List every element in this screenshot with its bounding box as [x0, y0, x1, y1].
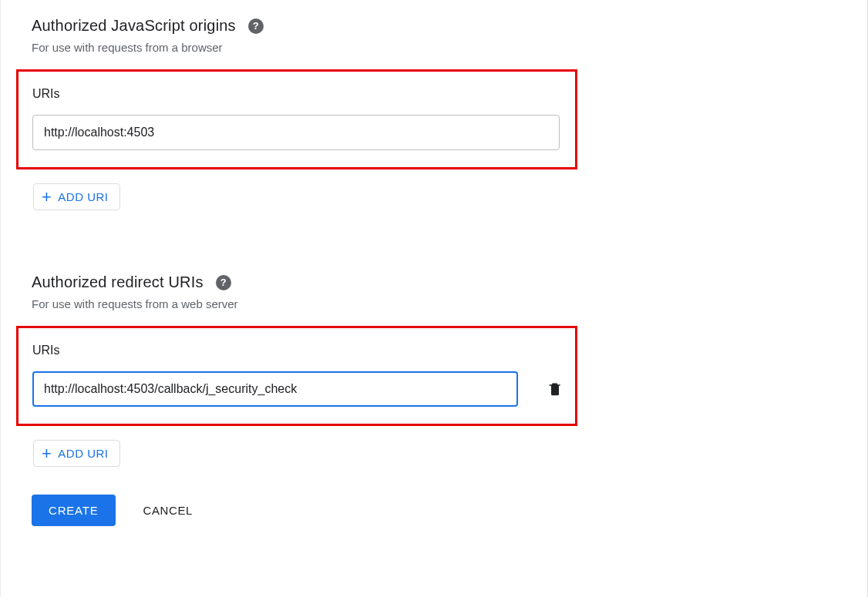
cancel-button[interactable]: CANCEL — [139, 503, 197, 518]
delete-uri-button[interactable] — [547, 381, 561, 397]
js-origins-description: For use with requests from a browser — [32, 41, 836, 54]
form-actions: CREATE CANCEL — [32, 495, 836, 526]
js-origin-uri-input[interactable] — [32, 115, 560, 150]
redirect-uris-box: URIs — [16, 326, 577, 426]
redirect-uri-input[interactable] — [32, 371, 518, 407]
uri-row — [32, 115, 561, 150]
add-uri-label: ADD URI — [58, 190, 108, 203]
trash-icon — [547, 381, 563, 397]
add-js-origin-uri-button[interactable]: + ADD URI — [33, 183, 120, 210]
uris-label: URIs — [32, 87, 561, 101]
help-icon[interactable]: ? — [248, 18, 264, 34]
add-uri-label: ADD URI — [58, 447, 108, 460]
create-button[interactable]: CREATE — [32, 495, 116, 526]
js-origins-title: Authorized JavaScript origins — [32, 17, 236, 35]
redirect-uris-title: Authorized redirect URIs — [32, 273, 204, 291]
redirect-uris-description: For use with requests from a web server — [32, 297, 836, 310]
add-redirect-uri-button[interactable]: + ADD URI — [33, 440, 120, 467]
uri-row — [32, 371, 561, 407]
js-origins-uris-box: URIs — [16, 69, 577, 169]
section-redirect-uris: Authorized redirect URIs ? For use with … — [32, 273, 836, 467]
help-icon[interactable]: ? — [216, 275, 231, 290]
uris-label: URIs — [32, 344, 561, 357]
plus-icon: + — [42, 191, 52, 203]
section-js-origins: Authorized JavaScript origins ? For use … — [32, 17, 836, 210]
plus-icon: + — [42, 448, 52, 460]
